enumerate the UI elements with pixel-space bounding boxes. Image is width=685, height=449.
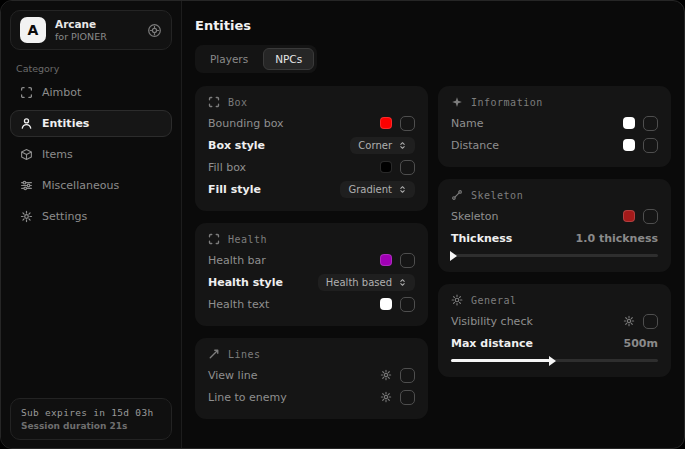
setting-row-bounding-box: Bounding box: [208, 112, 415, 134]
sidebar-item-label: Entities: [42, 117, 89, 130]
setting-row-view-line: View line: [208, 364, 415, 386]
tab-npcs[interactable]: NPCs: [263, 48, 314, 70]
color-swatch[interactable]: [623, 139, 635, 151]
fill-box-checkbox[interactable]: [400, 160, 415, 175]
thickness-slider[interactable]: [451, 254, 658, 257]
setting-row-distance: Distance: [451, 134, 658, 156]
color-swatch[interactable]: [380, 161, 392, 173]
max-distance-value: 500m: [624, 337, 658, 350]
sidebar: A Arcane for PIONER Category: [1, 1, 182, 448]
entity-type-tabs: Players NPCs: [195, 45, 317, 73]
app-logo-card: A Arcane for PIONER: [10, 10, 172, 50]
setting-row-health-bar: Health bar: [208, 249, 415, 271]
chevron-up-down-icon: [398, 185, 407, 194]
card-general: General Visibility check Max distance: [438, 284, 671, 377]
chevron-up-down-icon: [398, 278, 407, 287]
sidebar-item-label: Aimbot: [42, 86, 81, 99]
color-swatch[interactable]: [623, 210, 635, 222]
app-window: A Arcane for PIONER Category: [0, 0, 685, 449]
setting-row-health-text: Health text: [208, 293, 415, 315]
card-title: General: [471, 295, 517, 306]
box-style-select[interactable]: Corner: [350, 137, 415, 154]
sidebar-item-miscellaneous[interactable]: Miscellaneous: [10, 172, 172, 199]
gear-icon[interactable]: [623, 315, 635, 327]
main-content: Entities Players NPCs Box: [182, 1, 684, 448]
sparkle-icon: [451, 96, 463, 108]
color-swatch[interactable]: [380, 117, 392, 129]
card-title: Skeleton: [471, 190, 523, 201]
sidebar-item-settings[interactable]: Settings: [10, 203, 172, 230]
entity-person-icon: [19, 117, 33, 130]
selection-brackets-icon: [208, 96, 220, 108]
app-name: Arcane: [55, 18, 107, 31]
setting-row-box-style: Box style Corner: [208, 134, 415, 156]
card-information: Information Name Distance: [438, 86, 671, 167]
thickness-value: 1.0 thickness: [576, 232, 658, 245]
sidebar-item-entities[interactable]: Entities: [10, 110, 172, 137]
crosshair-scan-icon: [19, 86, 33, 99]
card-skeleton: Skeleton Skeleton Thickness 1.0 thicknes…: [438, 179, 671, 272]
fill-style-select[interactable]: Gradient: [340, 181, 415, 198]
health-style-select[interactable]: Health based: [318, 274, 415, 291]
gear-icon[interactable]: [380, 369, 392, 381]
app-subtitle: for PIONER: [55, 31, 107, 43]
color-swatch[interactable]: [380, 254, 392, 266]
card-box: Box Bounding box Box style Corner: [195, 86, 428, 211]
color-swatch[interactable]: [623, 117, 635, 129]
sidebar-item-aimbot[interactable]: Aimbot: [10, 79, 172, 106]
card-title: Box: [228, 97, 248, 108]
setting-row-thickness: Thickness 1.0 thickness: [451, 227, 658, 249]
health-bar-checkbox[interactable]: [400, 253, 415, 268]
gear-icon: [19, 210, 33, 223]
card-health: Health Health bar Health style Health ba…: [195, 223, 428, 326]
setting-row-name: Name: [451, 112, 658, 134]
max-distance-slider[interactable]: [451, 359, 658, 362]
setting-row-fill-box: Fill box: [208, 156, 415, 178]
diagonal-line-icon: [208, 348, 220, 360]
card-title: Lines: [228, 349, 261, 360]
app-logo: A: [20, 17, 46, 43]
sliders-icon: [19, 179, 33, 192]
sidebar-item-items[interactable]: Items: [10, 141, 172, 168]
session-duration-text: Session duration 21s: [21, 421, 161, 431]
visibility-check-checkbox[interactable]: [643, 314, 658, 329]
package-icon: [19, 148, 33, 161]
sidebar-item-label: Items: [42, 148, 73, 161]
setting-row-fill-style: Fill style Gradient: [208, 178, 415, 200]
setting-row-visibility-check: Visibility check: [451, 310, 658, 332]
view-line-checkbox[interactable]: [400, 368, 415, 383]
selection-brackets-icon: [208, 233, 220, 245]
skeleton-checkbox[interactable]: [643, 209, 658, 224]
subscription-info-card: Sub expires in 15d 03h Session duration …: [10, 398, 172, 440]
setting-row-max-distance: Max distance 500m: [451, 332, 658, 354]
slider-thumb[interactable]: [549, 356, 556, 366]
app-logo-letter: A: [28, 22, 39, 38]
sidebar-nav: Aimbot Entities Items: [10, 79, 172, 230]
gear-icon[interactable]: [147, 23, 162, 38]
gear-icon[interactable]: [380, 391, 392, 403]
setting-row-line-to-enemy: Line to enemy: [208, 386, 415, 408]
distance-checkbox[interactable]: [643, 138, 658, 153]
line-to-enemy-checkbox[interactable]: [400, 390, 415, 405]
health-text-checkbox[interactable]: [400, 297, 415, 312]
card-title: Health: [228, 234, 267, 245]
bounding-box-checkbox[interactable]: [400, 116, 415, 131]
slider-thumb[interactable]: [450, 251, 457, 261]
sun-icon: [451, 294, 463, 306]
sidebar-item-label: Miscellaneous: [42, 179, 119, 192]
setting-row-skeleton: Skeleton: [451, 205, 658, 227]
name-checkbox[interactable]: [643, 116, 658, 131]
page-title: Entities: [195, 18, 671, 33]
color-swatch[interactable]: [380, 298, 392, 310]
sub-expires-text: Sub expires in 15d 03h: [21, 407, 161, 418]
category-label: Category: [16, 63, 172, 74]
bone-icon: [451, 189, 463, 201]
chevron-up-down-icon: [398, 141, 407, 150]
card-lines: Lines View line Line to enemy: [195, 338, 428, 419]
tab-players[interactable]: Players: [198, 48, 260, 70]
setting-row-health-style: Health style Health based: [208, 271, 415, 293]
card-title: Information: [471, 97, 543, 108]
sidebar-item-label: Settings: [42, 210, 87, 223]
